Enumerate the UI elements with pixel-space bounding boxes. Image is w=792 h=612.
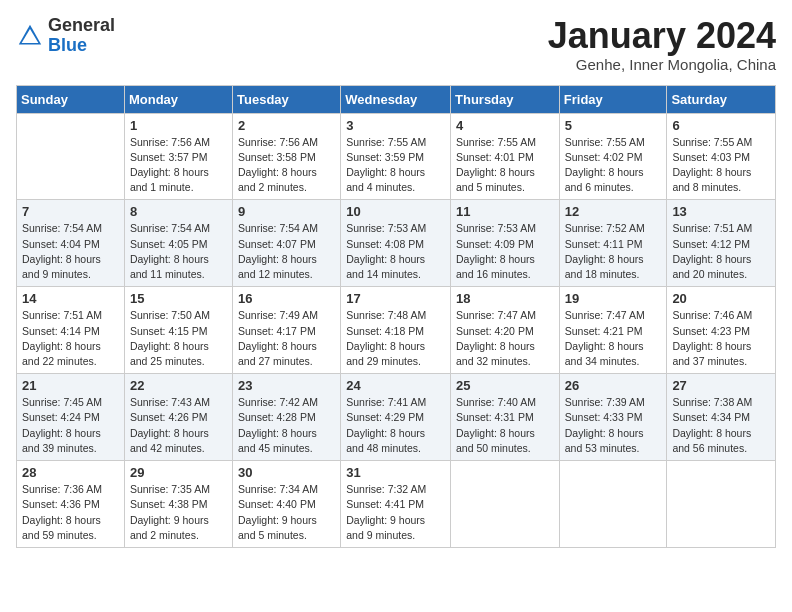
day-number: 10 [346, 204, 445, 219]
day-number: 31 [346, 465, 445, 480]
logo-text: General Blue [48, 16, 115, 56]
calendar-cell: 29Sunrise: 7:35 AM Sunset: 4:38 PM Dayli… [124, 461, 232, 548]
page-header: General Blue January 2024 Genhe, Inner M… [16, 16, 776, 73]
logo: General Blue [16, 16, 115, 56]
day-number: 9 [238, 204, 335, 219]
day-info: Sunrise: 7:46 AM Sunset: 4:23 PM Dayligh… [672, 308, 770, 369]
day-info: Sunrise: 7:53 AM Sunset: 4:09 PM Dayligh… [456, 221, 554, 282]
day-header-monday: Monday [124, 85, 232, 113]
day-number: 16 [238, 291, 335, 306]
day-info: Sunrise: 7:55 AM Sunset: 4:01 PM Dayligh… [456, 135, 554, 196]
calendar-cell: 26Sunrise: 7:39 AM Sunset: 4:33 PM Dayli… [559, 374, 667, 461]
day-info: Sunrise: 7:54 AM Sunset: 4:04 PM Dayligh… [22, 221, 119, 282]
week-row-5: 28Sunrise: 7:36 AM Sunset: 4:36 PM Dayli… [17, 461, 776, 548]
calendar-cell: 21Sunrise: 7:45 AM Sunset: 4:24 PM Dayli… [17, 374, 125, 461]
day-number: 1 [130, 118, 227, 133]
day-info: Sunrise: 7:53 AM Sunset: 4:08 PM Dayligh… [346, 221, 445, 282]
calendar-cell: 31Sunrise: 7:32 AM Sunset: 4:41 PM Dayli… [341, 461, 451, 548]
day-number: 18 [456, 291, 554, 306]
day-info: Sunrise: 7:50 AM Sunset: 4:15 PM Dayligh… [130, 308, 227, 369]
day-number: 4 [456, 118, 554, 133]
day-number: 6 [672, 118, 770, 133]
title-block: January 2024 Genhe, Inner Mongolia, Chin… [548, 16, 776, 73]
calendar-cell [451, 461, 560, 548]
calendar-cell: 25Sunrise: 7:40 AM Sunset: 4:31 PM Dayli… [451, 374, 560, 461]
day-info: Sunrise: 7:39 AM Sunset: 4:33 PM Dayligh… [565, 395, 662, 456]
calendar-cell: 1Sunrise: 7:56 AM Sunset: 3:57 PM Daylig… [124, 113, 232, 200]
day-info: Sunrise: 7:34 AM Sunset: 4:40 PM Dayligh… [238, 482, 335, 543]
day-number: 8 [130, 204, 227, 219]
day-number: 2 [238, 118, 335, 133]
calendar-cell: 23Sunrise: 7:42 AM Sunset: 4:28 PM Dayli… [233, 374, 341, 461]
day-number: 27 [672, 378, 770, 393]
header-row: SundayMondayTuesdayWednesdayThursdayFrid… [17, 85, 776, 113]
week-row-1: 1Sunrise: 7:56 AM Sunset: 3:57 PM Daylig… [17, 113, 776, 200]
day-number: 20 [672, 291, 770, 306]
calendar-cell: 28Sunrise: 7:36 AM Sunset: 4:36 PM Dayli… [17, 461, 125, 548]
day-info: Sunrise: 7:35 AM Sunset: 4:38 PM Dayligh… [130, 482, 227, 543]
calendar-table: SundayMondayTuesdayWednesdayThursdayFrid… [16, 85, 776, 548]
day-header-tuesday: Tuesday [233, 85, 341, 113]
calendar-cell: 8Sunrise: 7:54 AM Sunset: 4:05 PM Daylig… [124, 200, 232, 287]
calendar-cell: 27Sunrise: 7:38 AM Sunset: 4:34 PM Dayli… [667, 374, 776, 461]
day-info: Sunrise: 7:49 AM Sunset: 4:17 PM Dayligh… [238, 308, 335, 369]
calendar-cell: 20Sunrise: 7:46 AM Sunset: 4:23 PM Dayli… [667, 287, 776, 374]
day-info: Sunrise: 7:38 AM Sunset: 4:34 PM Dayligh… [672, 395, 770, 456]
day-number: 26 [565, 378, 662, 393]
day-number: 21 [22, 378, 119, 393]
day-number: 7 [22, 204, 119, 219]
calendar-cell [667, 461, 776, 548]
week-row-4: 21Sunrise: 7:45 AM Sunset: 4:24 PM Dayli… [17, 374, 776, 461]
calendar-cell: 16Sunrise: 7:49 AM Sunset: 4:17 PM Dayli… [233, 287, 341, 374]
day-info: Sunrise: 7:48 AM Sunset: 4:18 PM Dayligh… [346, 308, 445, 369]
day-info: Sunrise: 7:55 AM Sunset: 4:03 PM Dayligh… [672, 135, 770, 196]
day-info: Sunrise: 7:52 AM Sunset: 4:11 PM Dayligh… [565, 221, 662, 282]
calendar-cell: 22Sunrise: 7:43 AM Sunset: 4:26 PM Dayli… [124, 374, 232, 461]
calendar-cell: 11Sunrise: 7:53 AM Sunset: 4:09 PM Dayli… [451, 200, 560, 287]
calendar-cell: 13Sunrise: 7:51 AM Sunset: 4:12 PM Dayli… [667, 200, 776, 287]
day-info: Sunrise: 7:56 AM Sunset: 3:57 PM Dayligh… [130, 135, 227, 196]
day-number: 22 [130, 378, 227, 393]
day-info: Sunrise: 7:45 AM Sunset: 4:24 PM Dayligh… [22, 395, 119, 456]
day-number: 17 [346, 291, 445, 306]
calendar-cell: 18Sunrise: 7:47 AM Sunset: 4:20 PM Dayli… [451, 287, 560, 374]
day-info: Sunrise: 7:54 AM Sunset: 4:05 PM Dayligh… [130, 221, 227, 282]
logo-icon [16, 22, 44, 50]
day-number: 28 [22, 465, 119, 480]
day-info: Sunrise: 7:36 AM Sunset: 4:36 PM Dayligh… [22, 482, 119, 543]
calendar-title: January 2024 [548, 16, 776, 56]
calendar-cell: 30Sunrise: 7:34 AM Sunset: 4:40 PM Dayli… [233, 461, 341, 548]
day-info: Sunrise: 7:32 AM Sunset: 4:41 PM Dayligh… [346, 482, 445, 543]
calendar-cell: 10Sunrise: 7:53 AM Sunset: 4:08 PM Dayli… [341, 200, 451, 287]
day-number: 11 [456, 204, 554, 219]
day-info: Sunrise: 7:40 AM Sunset: 4:31 PM Dayligh… [456, 395, 554, 456]
day-number: 14 [22, 291, 119, 306]
calendar-cell: 17Sunrise: 7:48 AM Sunset: 4:18 PM Dayli… [341, 287, 451, 374]
calendar-cell: 19Sunrise: 7:47 AM Sunset: 4:21 PM Dayli… [559, 287, 667, 374]
day-number: 12 [565, 204, 662, 219]
day-number: 15 [130, 291, 227, 306]
day-info: Sunrise: 7:42 AM Sunset: 4:28 PM Dayligh… [238, 395, 335, 456]
day-info: Sunrise: 7:43 AM Sunset: 4:26 PM Dayligh… [130, 395, 227, 456]
day-header-saturday: Saturday [667, 85, 776, 113]
calendar-cell: 9Sunrise: 7:54 AM Sunset: 4:07 PM Daylig… [233, 200, 341, 287]
day-header-friday: Friday [559, 85, 667, 113]
day-info: Sunrise: 7:41 AM Sunset: 4:29 PM Dayligh… [346, 395, 445, 456]
day-info: Sunrise: 7:54 AM Sunset: 4:07 PM Dayligh… [238, 221, 335, 282]
day-header-thursday: Thursday [451, 85, 560, 113]
day-info: Sunrise: 7:51 AM Sunset: 4:12 PM Dayligh… [672, 221, 770, 282]
week-row-2: 7Sunrise: 7:54 AM Sunset: 4:04 PM Daylig… [17, 200, 776, 287]
calendar-cell [17, 113, 125, 200]
calendar-cell: 5Sunrise: 7:55 AM Sunset: 4:02 PM Daylig… [559, 113, 667, 200]
day-info: Sunrise: 7:55 AM Sunset: 3:59 PM Dayligh… [346, 135, 445, 196]
calendar-cell: 7Sunrise: 7:54 AM Sunset: 4:04 PM Daylig… [17, 200, 125, 287]
day-info: Sunrise: 7:55 AM Sunset: 4:02 PM Dayligh… [565, 135, 662, 196]
calendar-cell: 24Sunrise: 7:41 AM Sunset: 4:29 PM Dayli… [341, 374, 451, 461]
day-number: 30 [238, 465, 335, 480]
day-info: Sunrise: 7:51 AM Sunset: 4:14 PM Dayligh… [22, 308, 119, 369]
day-number: 23 [238, 378, 335, 393]
week-row-3: 14Sunrise: 7:51 AM Sunset: 4:14 PM Dayli… [17, 287, 776, 374]
calendar-subtitle: Genhe, Inner Mongolia, China [548, 56, 776, 73]
day-number: 29 [130, 465, 227, 480]
calendar-cell [559, 461, 667, 548]
